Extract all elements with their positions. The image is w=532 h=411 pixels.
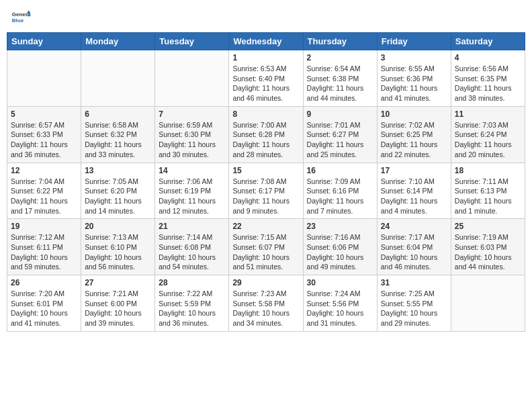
day-info: Sunrise: 6:56 AM Sunset: 6:35 PM Dayligh… [455,64,521,103]
calendar-cell: 14Sunrise: 7:06 AM Sunset: 6:19 PM Dayli… [155,163,229,219]
day-info: Sunrise: 7:08 AM Sunset: 6:17 PM Dayligh… [232,177,299,216]
day-number: 7 [159,109,225,119]
day-info: Sunrise: 6:54 AM Sunset: 6:38 PM Dayligh… [307,64,373,103]
day-number: 13 [85,166,151,175]
day-info: Sunrise: 7:23 AM Sunset: 5:58 PM Dayligh… [232,289,299,328]
calendar-cell [451,275,525,332]
calendar-cell: 9Sunrise: 7:01 AM Sunset: 6:27 PM Daylig… [303,106,377,163]
day-number: 17 [381,166,447,175]
calendar-cell: 30Sunrise: 7:24 AM Sunset: 5:56 PM Dayli… [303,275,377,332]
day-info: Sunrise: 7:22 AM Sunset: 5:59 PM Dayligh… [159,289,225,328]
calendar-cell: 4Sunrise: 6:56 AM Sunset: 6:35 PM Daylig… [451,50,525,107]
column-header-sunday: Sunday [7,33,81,50]
day-number: 19 [11,222,77,231]
calendar-cell: 28Sunrise: 7:22 AM Sunset: 5:59 PM Dayli… [155,275,229,332]
calendar-week-row: 26Sunrise: 7:20 AM Sunset: 6:01 PM Dayli… [7,275,525,332]
day-info: Sunrise: 6:58 AM Sunset: 6:32 PM Dayligh… [85,120,151,160]
day-info: Sunrise: 7:17 AM Sunset: 6:04 PM Dayligh… [381,232,447,272]
day-info: Sunrise: 6:57 AM Sunset: 6:33 PM Dayligh… [11,120,77,160]
day-number: 30 [307,278,373,287]
calendar-cell: 27Sunrise: 7:21 AM Sunset: 6:00 PM Dayli… [81,275,155,332]
calendar-week-row: 5Sunrise: 6:57 AM Sunset: 6:33 PM Daylig… [7,106,525,163]
day-number: 28 [159,278,225,287]
day-number: 27 [85,278,151,287]
day-number: 8 [232,109,299,119]
calendar-header-row: SundayMondayTuesdayWednesdayThursdayFrid… [7,33,525,50]
day-info: Sunrise: 7:02 AM Sunset: 6:25 PM Dayligh… [381,120,447,160]
calendar-cell: 6Sunrise: 6:58 AM Sunset: 6:32 PM Daylig… [81,106,155,163]
day-number: 2 [307,53,373,62]
day-number: 4 [455,53,521,62]
calendar-cell: 21Sunrise: 7:14 AM Sunset: 6:08 PM Dayli… [155,219,229,275]
calendar-cell: 29Sunrise: 7:23 AM Sunset: 5:58 PM Dayli… [229,275,303,332]
day-number: 1 [232,53,299,62]
day-number: 9 [307,109,373,119]
calendar-cell: 18Sunrise: 7:11 AM Sunset: 6:13 PM Dayli… [451,163,525,219]
calendar-cell: 12Sunrise: 7:04 AM Sunset: 6:22 PM Dayli… [7,163,81,219]
day-number: 15 [232,166,299,175]
calendar-cell: 19Sunrise: 7:12 AM Sunset: 6:11 PM Dayli… [7,219,81,275]
calendar-cell: 20Sunrise: 7:13 AM Sunset: 6:10 PM Dayli… [81,219,155,275]
day-info: Sunrise: 7:12 AM Sunset: 6:11 PM Dayligh… [11,232,77,272]
calendar-cell [81,50,155,107]
svg-text:Blue: Blue [12,17,24,24]
day-info: Sunrise: 7:16 AM Sunset: 6:06 PM Dayligh… [307,232,373,272]
day-number: 12 [11,166,77,175]
day-number: 5 [11,109,77,119]
day-number: 22 [232,222,299,231]
day-info: Sunrise: 7:15 AM Sunset: 6:07 PM Dayligh… [232,232,299,272]
day-number: 14 [159,166,225,175]
calendar-cell: 2Sunrise: 6:54 AM Sunset: 6:38 PM Daylig… [303,50,377,107]
day-number: 20 [85,222,151,231]
page-header: General Blue [7,7,525,27]
day-info: Sunrise: 6:53 AM Sunset: 6:40 PM Dayligh… [232,64,299,103]
calendar-cell: 26Sunrise: 7:20 AM Sunset: 6:01 PM Dayli… [7,275,81,332]
day-info: Sunrise: 7:05 AM Sunset: 6:20 PM Dayligh… [85,177,151,216]
day-number: 31 [381,278,447,287]
day-info: Sunrise: 7:00 AM Sunset: 6:28 PM Dayligh… [232,120,299,160]
day-number: 26 [11,278,77,287]
day-info: Sunrise: 7:04 AM Sunset: 6:22 PM Dayligh… [11,177,77,216]
calendar-week-row: 12Sunrise: 7:04 AM Sunset: 6:22 PM Dayli… [7,163,525,219]
day-info: Sunrise: 7:06 AM Sunset: 6:19 PM Dayligh… [159,177,225,216]
day-number: 3 [381,53,447,62]
day-info: Sunrise: 7:01 AM Sunset: 6:27 PM Dayligh… [307,120,373,160]
calendar-cell: 22Sunrise: 7:15 AM Sunset: 6:07 PM Dayli… [229,219,303,275]
day-number: 24 [381,222,447,231]
day-info: Sunrise: 7:09 AM Sunset: 6:16 PM Dayligh… [307,177,373,216]
column-header-thursday: Thursday [303,33,377,50]
calendar-week-row: 1Sunrise: 6:53 AM Sunset: 6:40 PM Daylig… [7,50,525,107]
column-header-wednesday: Wednesday [229,33,303,50]
day-info: Sunrise: 6:55 AM Sunset: 6:36 PM Dayligh… [381,64,447,103]
calendar-cell: 13Sunrise: 7:05 AM Sunset: 6:20 PM Dayli… [81,163,155,219]
calendar-cell: 10Sunrise: 7:02 AM Sunset: 6:25 PM Dayli… [377,106,451,163]
calendar-cell: 5Sunrise: 6:57 AM Sunset: 6:33 PM Daylig… [7,106,81,163]
calendar-cell: 7Sunrise: 6:59 AM Sunset: 6:30 PM Daylig… [155,106,229,163]
calendar-cell: 31Sunrise: 7:25 AM Sunset: 5:55 PM Dayli… [377,275,451,332]
calendar-cell: 16Sunrise: 7:09 AM Sunset: 6:16 PM Dayli… [303,163,377,219]
day-info: Sunrise: 7:19 AM Sunset: 6:03 PM Dayligh… [455,232,521,272]
day-info: Sunrise: 7:20 AM Sunset: 6:01 PM Dayligh… [11,289,77,328]
day-number: 25 [455,222,521,231]
day-info: Sunrise: 7:25 AM Sunset: 5:55 PM Dayligh… [381,289,447,328]
calendar-cell: 3Sunrise: 6:55 AM Sunset: 6:36 PM Daylig… [377,50,451,107]
calendar-cell: 25Sunrise: 7:19 AM Sunset: 6:03 PM Dayli… [451,219,525,275]
column-header-saturday: Saturday [451,33,525,50]
day-info: Sunrise: 6:59 AM Sunset: 6:30 PM Dayligh… [159,120,225,160]
day-number: 16 [307,166,373,175]
day-number: 10 [381,109,447,119]
column-header-friday: Friday [377,33,451,50]
column-header-tuesday: Tuesday [155,33,229,50]
calendar-cell [7,50,81,107]
calendar-cell: 24Sunrise: 7:17 AM Sunset: 6:04 PM Dayli… [377,219,451,275]
logo: General Blue [11,9,31,24]
day-info: Sunrise: 7:13 AM Sunset: 6:10 PM Dayligh… [85,232,151,272]
day-number: 29 [232,278,299,287]
day-number: 23 [307,222,373,231]
day-info: Sunrise: 7:21 AM Sunset: 6:00 PM Dayligh… [85,289,151,328]
day-info: Sunrise: 7:11 AM Sunset: 6:13 PM Dayligh… [455,177,521,216]
calendar-cell: 23Sunrise: 7:16 AM Sunset: 6:06 PM Dayli… [303,219,377,275]
calendar-cell: 15Sunrise: 7:08 AM Sunset: 6:17 PM Dayli… [229,163,303,219]
day-info: Sunrise: 7:14 AM Sunset: 6:08 PM Dayligh… [159,232,225,272]
calendar-cell: 8Sunrise: 7:00 AM Sunset: 6:28 PM Daylig… [229,106,303,163]
